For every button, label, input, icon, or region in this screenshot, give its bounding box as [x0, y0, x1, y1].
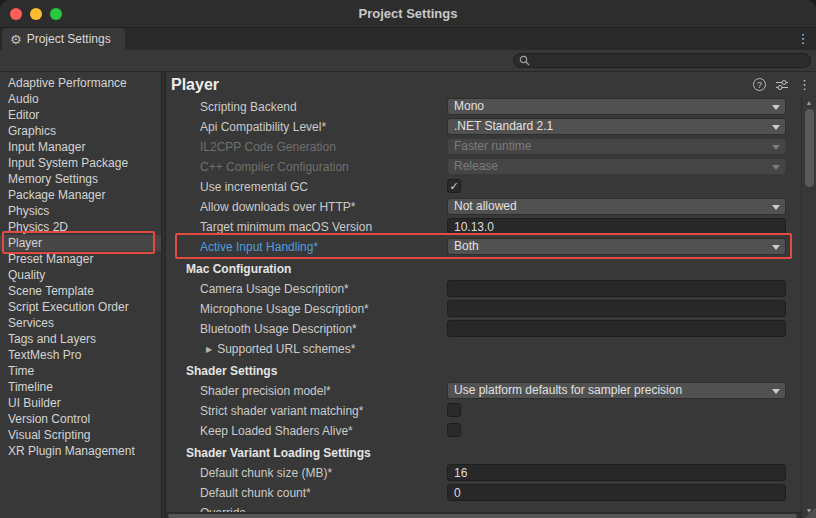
dropdown-value: Use platform defaults for sampler precis… [454, 383, 682, 397]
window-titlebar[interactable]: Project Settings [0, 0, 816, 28]
default-chunk-size-mb-field[interactable] [447, 464, 786, 481]
sidebar-item-audio[interactable]: Audio [0, 91, 161, 107]
setting-label-c-compiler-configuration: C++ Compiler Configuration [200, 160, 349, 174]
setting-label-allow-downloads-over-http: Allow downloads over HTTP* [200, 200, 355, 214]
pane-menu-icon[interactable]: ⋮ [798, 77, 808, 92]
vertical-scrollbar[interactable]: ▲ ▼ [801, 97, 816, 518]
sidebar-item-scene-template[interactable]: Scene Template [0, 283, 161, 299]
setting-row-c-compiler-configuration: C++ Compiler ConfigurationRelease [166, 157, 801, 177]
foldout-arrow-icon[interactable]: ▶ [206, 345, 212, 354]
sidebar-item-timeline[interactable]: Timeline [0, 379, 161, 395]
project-settings-window: Project Settings ⚙ Project Settings ⋮ Ad… [0, 0, 816, 518]
setting-label-supported-url-schemes: ▶Supported URL schemes* [206, 342, 355, 356]
setting-row-camera-usage-description: Camera Usage Description* [166, 279, 801, 299]
tab-strip-menu-icon[interactable]: ⋮ [795, 31, 811, 46]
sidebar-item-preset-manager[interactable]: Preset Manager [0, 251, 161, 267]
settings-scroll-area: Scripting BackendMonoApi Compatibility L… [166, 97, 816, 518]
sidebar-item-xr-plugin-management[interactable]: XR Plugin Management [0, 443, 161, 459]
shader-precision-model-dropdown[interactable]: Use platform defaults for sampler precis… [447, 382, 786, 399]
default-chunk-count-field[interactable] [447, 484, 786, 501]
use-incremental-gc-checkbox[interactable]: ✓ [447, 179, 461, 193]
setting-row-bluetooth-usage-description: Bluetooth Usage Description* [166, 319, 801, 339]
sidebar-item-physics-2d[interactable]: Physics 2D [0, 219, 161, 235]
scripting-backend-dropdown[interactable]: Mono [447, 98, 786, 115]
setting-row-il2cpp-code-generation: IL2CPP Code GenerationFaster runtime [166, 137, 801, 157]
tab-strip: ⚙ Project Settings ⋮ [0, 28, 816, 50]
sidebar-item-ui-builder[interactable]: UI Builder [0, 395, 161, 411]
chevron-down-icon [772, 165, 780, 170]
dropdown-value: Faster runtime [454, 139, 531, 153]
sidebar-item-textmesh-pro[interactable]: TextMesh Pro [0, 347, 161, 363]
setting-row-scripting-backend: Scripting BackendMono [166, 97, 801, 117]
setting-label-api-compatibility-level: Api Compatibility Level* [200, 120, 326, 134]
scroll-up-icon[interactable]: ▲ [802, 99, 816, 107]
setting-row-default-chunk-size-mb: Default chunk size (MB)* [166, 463, 801, 483]
setting-label-target-minimum-macos-version: Target minimum macOS Version [200, 220, 372, 234]
dropdown-value: .NET Standard 2.1 [454, 119, 553, 133]
active-input-handling-dropdown[interactable]: Both [447, 238, 786, 255]
sidebar-item-package-manager[interactable]: Package Manager [0, 187, 161, 203]
setting-row-allow-downloads-over-http: Allow downloads over HTTP*Not allowed [166, 197, 801, 217]
tab-project-settings[interactable]: ⚙ Project Settings [2, 28, 125, 50]
search-icon [519, 55, 530, 66]
sidebar-item-quality[interactable]: Quality [0, 267, 161, 283]
setting-label-camera-usage-description: Camera Usage Description* [200, 282, 349, 296]
chevron-down-icon [772, 389, 780, 394]
sidebar-item-player[interactable]: Player [0, 235, 161, 251]
sidebar-item-memory-settings[interactable]: Memory Settings [0, 171, 161, 187]
close-window-button[interactable] [10, 8, 22, 20]
search-field[interactable] [513, 53, 811, 68]
help-icon[interactable]: ? [753, 78, 766, 91]
search-toolbar [0, 50, 816, 72]
chevron-down-icon [772, 125, 780, 130]
dropdown-value: Mono [454, 99, 484, 113]
horizontal-scrollbar[interactable] [166, 512, 801, 518]
setting-label-default-chunk-size-mb: Default chunk size (MB)* [200, 466, 332, 480]
sidebar-item-script-execution-order[interactable]: Script Execution Order [0, 299, 161, 315]
presets-icon[interactable] [775, 79, 789, 91]
setting-row-active-input-handling: Active Input Handling*Both [166, 237, 801, 257]
page-title: Player [171, 76, 219, 94]
dropdown-value: Release [454, 159, 498, 173]
setting-label-default-chunk-count: Default chunk count* [200, 486, 311, 500]
target-minimum-macos-version-field[interactable] [447, 218, 786, 235]
microphone-usage-description-field[interactable] [447, 300, 786, 317]
setting-row-target-minimum-macos-version: Target minimum macOS Version [166, 217, 801, 237]
gear-icon: ⚙ [10, 33, 22, 46]
c-compiler-configuration-dropdown: Release [447, 158, 786, 175]
sidebar-item-editor[interactable]: Editor [0, 107, 161, 123]
bluetooth-usage-description-field[interactable] [447, 320, 786, 337]
window-title: Project Settings [359, 6, 458, 21]
window-resize-grip[interactable] [805, 507, 816, 518]
allow-downloads-over-http-dropdown[interactable]: Not allowed [447, 198, 786, 215]
sidebar-item-graphics[interactable]: Graphics [0, 123, 161, 139]
setting-row-api-compatibility-level: Api Compatibility Level*.NET Standard 2.… [166, 117, 801, 137]
keep-loaded-shaders-alive-checkbox[interactable] [447, 423, 461, 437]
sidebar-item-services[interactable]: Services [0, 315, 161, 331]
sidebar-item-input-manager[interactable]: Input Manager [0, 139, 161, 155]
fullscreen-window-button[interactable] [50, 8, 62, 20]
camera-usage-description-field[interactable] [447, 280, 786, 297]
setting-row-use-incremental-gc: Use incremental GC✓ [166, 177, 801, 197]
horizontal-scrollbar-thumb[interactable] [168, 514, 797, 518]
minimize-window-button[interactable] [30, 8, 42, 20]
setting-row-supported-url-schemes: ▶Supported URL schemes* [166, 339, 801, 359]
sidebar-item-physics[interactable]: Physics [0, 203, 161, 219]
search-input[interactable] [534, 54, 805, 67]
chevron-down-icon [772, 145, 780, 150]
vertical-scrollbar-thumb[interactable] [805, 109, 814, 187]
sidebar-item-version-control[interactable]: Version Control [0, 411, 161, 427]
sidebar-item-input-system-package[interactable]: Input System Package [0, 155, 161, 171]
sidebar-item-tags-and-layers[interactable]: Tags and Layers [0, 331, 161, 347]
sidebar-item-visual-scripting[interactable]: Visual Scripting [0, 427, 161, 443]
sidebar-item-adaptive-performance[interactable]: Adaptive Performance [0, 75, 161, 91]
tab-label: Project Settings [27, 32, 111, 46]
section-header-mac-configuration: Mac Configuration [166, 259, 801, 279]
setting-label-keep-loaded-shaders-alive: Keep Loaded Shaders Alive* [200, 424, 353, 438]
setting-label-il2cpp-code-generation: IL2CPP Code Generation [200, 140, 336, 154]
strict-shader-variant-matching-checkbox[interactable] [447, 403, 461, 417]
setting-row-microphone-usage-description: Microphone Usage Description* [166, 299, 801, 319]
foldout-label[interactable]: Supported URL schemes* [217, 342, 355, 356]
sidebar-item-time[interactable]: Time [0, 363, 161, 379]
api-compatibility-level-dropdown[interactable]: .NET Standard 2.1 [447, 118, 786, 135]
